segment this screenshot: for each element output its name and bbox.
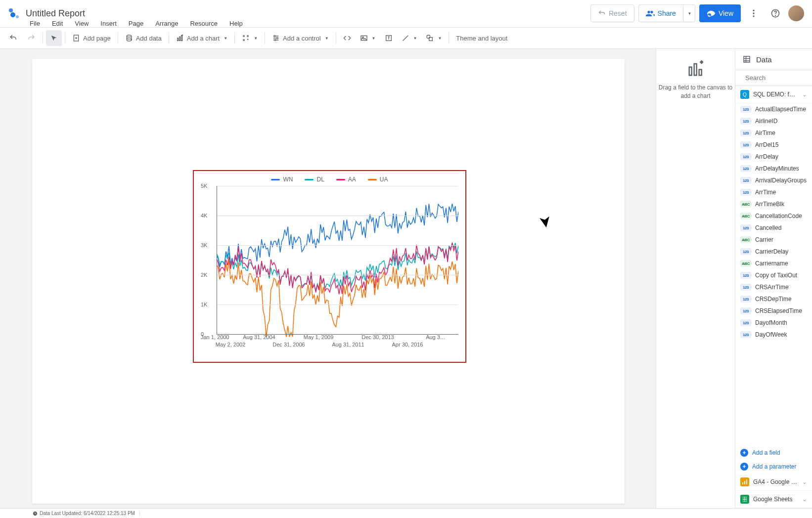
more-options-button[interactable] — [745, 4, 763, 22]
number-type-icon: 123 — [740, 284, 751, 291]
reset-button[interactable]: Reset — [590, 4, 634, 22]
field-ArrDelay[interactable]: 123ArrDelay — [735, 151, 812, 163]
drop-hint-text: Drag a field to the canvas to add a char… — [656, 84, 735, 100]
legend-WN[interactable]: WN — [271, 176, 293, 183]
community-viz-button[interactable]: ▼ — [238, 30, 262, 46]
shape-button[interactable]: ▼ — [422, 30, 446, 46]
text-button[interactable] — [381, 30, 397, 46]
menu-resource[interactable]: Resource — [185, 18, 223, 29]
redo-button[interactable] — [23, 30, 40, 46]
field-label: CancellationCode — [755, 213, 802, 219]
svg-point-1 — [10, 12, 15, 17]
number-type-icon: 123 — [740, 331, 751, 338]
field-ArrDel15[interactable]: 123ArrDel15 — [735, 139, 812, 151]
theme-layout-button[interactable]: Theme and layout — [452, 30, 511, 46]
add-chart-label: Add a chart — [187, 35, 220, 42]
legend-UA[interactable]: UA — [368, 176, 388, 183]
user-avatar[interactable] — [788, 5, 804, 21]
menu-edit[interactable]: Edit — [47, 18, 68, 29]
data-source-ga4[interactable]: GA4 - Google Merc… ⌄ — [735, 474, 812, 491]
field-ArrDelayMinutes[interactable]: 123ArrDelayMinutes — [735, 163, 812, 174]
embed-button[interactable] — [339, 30, 355, 46]
add-page-button[interactable]: Add page — [68, 30, 115, 46]
status-bar: Data Last Updated: 6/14/2022 12:25:13 PM… — [0, 508, 812, 518]
menu-arrange[interactable]: Arrange — [150, 18, 183, 29]
help-button[interactable] — [767, 4, 784, 22]
field-CRSDepTime[interactable]: 123CRSDepTime — [735, 293, 812, 305]
legend-AA[interactable]: AA — [336, 176, 356, 183]
x-tick: Dec 31, 2006 — [272, 342, 305, 347]
field-label: AirTime — [755, 130, 775, 136]
y-tick: 1K — [201, 302, 207, 307]
series-UA[interactable] — [217, 259, 458, 337]
text-type-icon: ABC — [740, 260, 751, 267]
svg-rect-30 — [744, 481, 745, 484]
field-ArrivalDelayGroups[interactable]: 123ArrivalDelayGroups — [735, 174, 812, 186]
field-label: ActualElapsedTime — [755, 106, 806, 113]
share-dropdown[interactable]: ▼ — [683, 4, 695, 22]
field-label: ArrDel15 — [755, 141, 778, 148]
legend-DL[interactable]: DL — [305, 176, 324, 183]
legend-swatch — [368, 179, 377, 180]
field-ActualElapsedTime[interactable]: 123ActualElapsedTime — [735, 103, 812, 115]
svg-rect-24 — [689, 67, 691, 76]
data-panel-title: Data — [756, 55, 772, 64]
share-button[interactable]: Share — [638, 4, 683, 22]
field-label: ArrDelay — [755, 153, 778, 160]
field-AirTime[interactable]: 123AirTime — [735, 127, 812, 139]
bigquery-icon: Q — [740, 90, 749, 99]
field-CRSArrTime[interactable]: 123CRSArrTime — [735, 281, 812, 293]
report-canvas[interactable]: WNDLAAUA 5K4K3K2K1K0 Jan 1, 2000Aug 31, … — [32, 59, 625, 504]
add-chart-drop-zone[interactable]: Drag a field to the canvas to add a char… — [656, 49, 735, 508]
chevron-icon: ⌄ — [802, 478, 807, 485]
field-ArrTimeBlk[interactable]: ABCArrTimeBlk — [735, 198, 812, 210]
field-Carrier[interactable]: ABCCarrier — [735, 234, 812, 246]
report-title[interactable]: Untitled Report — [26, 8, 85, 19]
field-CancellationCode[interactable]: ABCCancellationCode — [735, 210, 812, 222]
svg-point-14 — [247, 36, 249, 37]
field-ArrTime[interactable]: 123ArrTime — [735, 186, 812, 198]
menu-file[interactable]: File — [25, 18, 45, 29]
number-type-icon: 123 — [740, 130, 751, 136]
field-label: Carrier — [755, 236, 773, 243]
add-field-button[interactable]: + Add a field — [735, 446, 812, 460]
menu-insert[interactable]: Insert — [95, 18, 122, 29]
field-CRSElapsedTime[interactable]: 123CRSElapsedTime — [735, 305, 812, 317]
field-Cancelled[interactable]: 123Cancelled — [735, 222, 812, 234]
sheets-icon — [740, 495, 749, 504]
undo-button[interactable] — [5, 30, 22, 46]
looker-studio-logo-icon[interactable] — [8, 7, 20, 19]
search-input[interactable] — [745, 74, 812, 82]
field-search[interactable] — [735, 70, 812, 86]
svg-point-9 — [127, 35, 131, 37]
menu-help[interactable]: Help — [225, 18, 248, 29]
field-Carriername[interactable]: ABCCarriername — [735, 258, 812, 269]
number-type-icon: 123 — [740, 307, 751, 314]
field-label: DayOfWeek — [755, 331, 787, 338]
field-DayOfWeek[interactable]: 123DayOfWeek — [735, 329, 812, 341]
view-button[interactable]: View — [699, 4, 741, 22]
add-chart-button[interactable]: Add a chart ▼ — [172, 30, 231, 46]
selection-tool[interactable] — [46, 30, 62, 46]
data-panel-header: Data — [735, 49, 812, 70]
field-CarrierDelay[interactable]: 123CarrierDelay — [735, 246, 812, 258]
add-parameter-button[interactable]: + Add a parameter — [735, 460, 812, 474]
menu-page[interactable]: Page — [124, 18, 148, 29]
data-source-sql[interactable]: Q SQL DEMO: faa_fli… ⌄ — [735, 86, 812, 103]
timeseries-chart[interactable]: WNDLAAUA 5K4K3K2K1K0 Jan 1, 2000Aug 31, … — [193, 170, 466, 363]
field-DayofMonth[interactable]: 123DayofMonth — [735, 317, 812, 329]
field-label: Carriername — [755, 260, 788, 267]
svg-rect-27 — [744, 56, 750, 62]
svg-rect-31 — [746, 479, 747, 484]
field-label: Copy of TaxiOut — [755, 272, 797, 279]
field-AirlineID[interactable]: 123AirlineID — [735, 115, 812, 127]
line-button[interactable]: ▼ — [398, 30, 421, 46]
data-source-sheets[interactable]: Google Sheets ⌄ — [735, 491, 812, 508]
add-control-button[interactable]: Add a control ▼ — [268, 30, 333, 46]
x-tick: Jan 1, 2000 — [201, 334, 229, 340]
image-button[interactable]: ▼ — [356, 30, 380, 46]
svg-rect-10 — [177, 38, 178, 41]
menu-view[interactable]: View — [70, 18, 93, 29]
add-data-button[interactable]: Add data — [121, 30, 166, 46]
field-Copy of TaxiOut[interactable]: 123Copy of TaxiOut — [735, 269, 812, 281]
